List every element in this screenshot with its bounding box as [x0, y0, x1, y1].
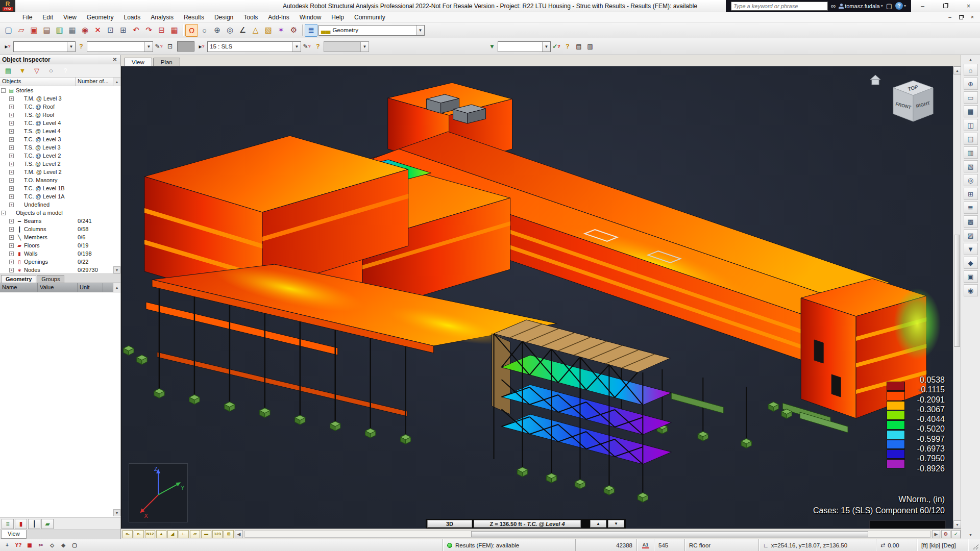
redo-icon[interactable]: ↷	[142, 24, 155, 37]
tree-expander[interactable]: +	[9, 113, 14, 117]
scroll-down-button[interactable]: ▼	[953, 520, 961, 529]
snap-bar-numbers-icon[interactable]: N12	[145, 530, 155, 538]
home-icon[interactable]	[870, 75, 880, 85]
tree-row[interactable]: + T.C. @ Level 1B	[0, 184, 120, 192]
tables-icon[interactable]: ⊞	[964, 188, 978, 200]
projection-yz-icon[interactable]: ▧	[964, 160, 978, 172]
tree-row[interactable]: + T.O. Masonry	[0, 176, 120, 184]
tree-row[interactable]: + T.C. @ Roof	[0, 103, 120, 111]
tree-expander[interactable]: +	[9, 235, 14, 240]
store-cart-icon[interactable]: ▢	[886, 2, 892, 10]
tree-row[interactable]: + T.C. @ Level 1A	[0, 192, 120, 201]
level-button[interactable]: Z = 136.50 ft - T.C. @ Level 4	[474, 520, 581, 528]
tree-expander[interactable]: +	[9, 203, 14, 207]
tree-scroll-up-button[interactable]: ▲	[113, 78, 120, 86]
case-help-icon[interactable]: ?	[312, 41, 324, 52]
objects-column-header[interactable]: Objects	[0, 78, 76, 86]
number-column-header[interactable]: Number of...	[76, 78, 113, 86]
snap-grid-icon[interactable]: ⊞	[224, 530, 234, 538]
cut-plane-icon[interactable]: ✂	[36, 541, 46, 550]
table-layout-button-1[interactable]: ▤	[573, 41, 584, 52]
view-layout-tab[interactable]: View	[1, 530, 27, 539]
zoom-all-icon[interactable]: ⊕	[211, 24, 224, 37]
edit-selection-icon[interactable]: ✎?	[153, 41, 164, 52]
new-window-icon[interactable]: ⊡	[164, 41, 176, 52]
tree-expander[interactable]: +	[9, 268, 14, 272]
save-project-icon[interactable]: ▣	[28, 24, 40, 37]
scroll-right-button[interactable]: ▶	[932, 530, 940, 538]
menu-item[interactable]: File	[17, 13, 37, 22]
unit-column-header[interactable]: Unit	[78, 283, 103, 292]
result-filter-combo[interactable]: ▼	[498, 41, 551, 52]
bar-selection-combo[interactable]: ▼	[13, 41, 76, 52]
node-selection-combo[interactable]: ▼	[87, 41, 153, 52]
snap-supports-icon[interactable]: ▲	[156, 530, 166, 538]
inspector-close-icon[interactable]: ✕	[111, 56, 118, 63]
lock-results-icon[interactable]: Ω	[185, 24, 198, 37]
capture-icon[interactable]: ◉	[964, 284, 978, 296]
tree-expander[interactable]: +	[9, 186, 14, 191]
table-layout-button-2[interactable]: ▥	[584, 41, 596, 52]
select-mode-icon[interactable]: +	[2, 541, 12, 550]
tree-row[interactable]: - ▤ Stories	[0, 86, 120, 94]
apply-display-icon[interactable]: ✓	[951, 530, 961, 538]
attributes-icon[interactable]: ◆	[964, 257, 978, 269]
page-setup-icon[interactable]: ▦	[66, 24, 79, 37]
tree-row[interactable]: + T.S. @ Level 3	[0, 143, 120, 152]
filter-help-icon[interactable]: ?	[562, 41, 573, 52]
menu-item[interactable]: Geometry	[82, 13, 119, 22]
tree-expander[interactable]: -	[1, 88, 6, 93]
layers-icon[interactable]: ▩	[964, 215, 978, 228]
paste-icon[interactable]: ⊞	[117, 24, 130, 37]
tree-expander[interactable]: -	[1, 211, 6, 215]
scroll-up-button[interactable]: ▲	[953, 66, 961, 74]
snap-axes-icon[interactable]: ∟	[179, 530, 189, 538]
horizontal-scroll-thumb[interactable]	[471, 531, 868, 537]
case-select-icon[interactable]: ▸?	[196, 41, 207, 52]
columns-tab-icon[interactable]: ┃	[28, 519, 40, 529]
tree-expander[interactable]: +	[9, 162, 14, 166]
snap-bar-ends-icon[interactable]: n-	[122, 530, 133, 538]
tree-row[interactable]: + T.C. @ Level 3	[0, 135, 120, 143]
tree-row[interactable]: + T.S. @ Level 4	[0, 127, 120, 135]
screen-capture-icon[interactable]: ◉	[79, 24, 91, 37]
tree-row[interactable]: + T.C. @ Level 2	[0, 152, 120, 160]
undo-icon[interactable]: ↶	[130, 24, 142, 37]
select-nodes-help-icon[interactable]: ?	[76, 41, 87, 52]
tree-expander[interactable]: +	[9, 260, 14, 264]
tree-expander[interactable]: +	[9, 219, 14, 223]
design-tools-icon[interactable]: △	[249, 24, 262, 37]
view-manager-button[interactable]: ≣	[305, 24, 317, 37]
minimize-button[interactable]: –	[911, 0, 934, 12]
search-input[interactable]	[731, 2, 828, 11]
menu-item[interactable]: Results	[179, 13, 209, 22]
tree-expander[interactable]: +	[9, 137, 14, 142]
menu-item[interactable]: Add-Ins	[263, 13, 294, 22]
display-attributes-icon[interactable]: ✶	[275, 24, 287, 37]
dynamic-view-icon[interactable]: ◫	[964, 119, 978, 131]
tree-row[interactable]: + ┃ Columns 0/58	[0, 225, 120, 233]
level-down-button[interactable]: ▼	[608, 520, 624, 528]
annotation-icon[interactable]: A1	[636, 539, 654, 551]
calculations-icon[interactable]: ⊟	[155, 24, 168, 37]
zoom-in-out-icon[interactable]: ◎	[224, 24, 236, 37]
tree-expander[interactable]: +	[9, 154, 14, 158]
display-3d-icon[interactable]: ▦	[964, 105, 978, 117]
close-button[interactable]: ×	[957, 0, 980, 12]
tree-row[interactable]: + ╲ Members 0/6	[0, 233, 120, 241]
tree-expander[interactable]: +	[9, 252, 14, 256]
grid-display-icon[interactable]: ▨	[964, 229, 978, 241]
apply-filter-icon[interactable]: ✓?	[551, 41, 562, 52]
help-icon[interactable]: ?	[60, 66, 70, 76]
value-column-header[interactable]: Value	[38, 283, 78, 292]
snap-floors-icon[interactable]: ▱	[190, 530, 200, 538]
snap-bars-icon[interactable]: ▬	[201, 530, 211, 538]
copy-icon[interactable]: ⊡	[104, 24, 117, 37]
floors-tab-icon[interactable]: ▰	[41, 519, 54, 529]
view-rotate-icon[interactable]: ◎	[964, 174, 978, 186]
menu-item[interactable]: Loads	[119, 13, 146, 22]
filter-remove-icon[interactable]: ▽	[32, 66, 42, 76]
new-window-icon[interactable]: ▭	[964, 91, 978, 104]
units-field[interactable]: [ft] [kip] [Deg]	[917, 539, 968, 551]
result-filter-icon[interactable]: ▼	[486, 41, 498, 52]
